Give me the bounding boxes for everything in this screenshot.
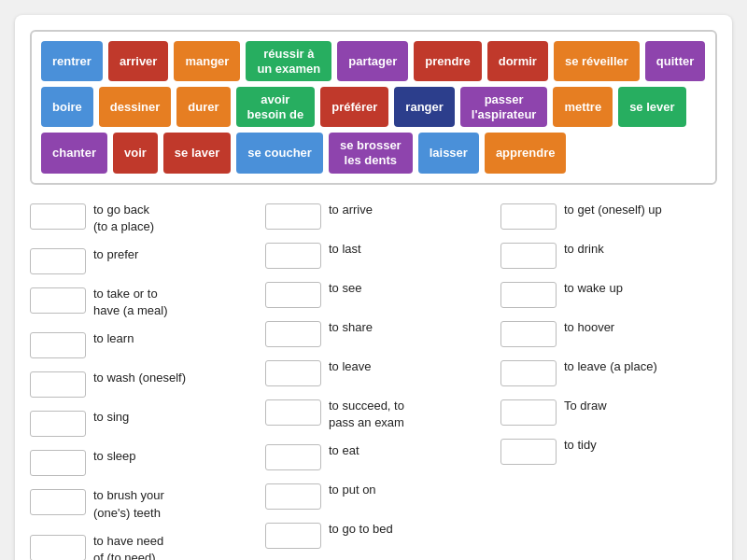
pair-see: to see [265, 280, 482, 308]
word-chip-mettre[interactable]: mettre [553, 87, 613, 127]
word-chip-se_laver[interactable]: se laver [163, 133, 231, 173]
word-chip-voir[interactable]: voir [113, 133, 158, 173]
pair-take: to take or to have (a meal) [30, 286, 247, 319]
pair-take-label: to take or to have (a meal) [93, 286, 167, 319]
pair-go-back-label: to go back (to a place) [93, 202, 154, 235]
pair-go-bed-label: to go to bed [329, 521, 393, 538]
word-chip-rentrer[interactable]: rentrer [41, 41, 103, 81]
column-1: to go back (to a place)to preferto take … [30, 202, 247, 560]
pair-tidy: to tidy [500, 437, 717, 465]
pair-succeed: to succeed, to pass an exam [265, 398, 482, 431]
pair-drink-input[interactable] [500, 243, 557, 269]
pair-sing-label: to sing [93, 409, 129, 426]
pair-draw-input[interactable] [500, 399, 557, 426]
pair-sing-input[interactable] [30, 411, 86, 437]
pair-last-label: to last [329, 241, 361, 258]
word-chip-ranger[interactable]: ranger [394, 87, 454, 127]
word-chip-se_brosser[interactable]: se brosser les dents [329, 133, 413, 173]
pair-go-bed: to go to bed [265, 521, 482, 549]
pair-wash: to wash (oneself) [30, 370, 247, 398]
pair-wake-up: to wake up [500, 280, 717, 308]
pair-share-label: to share [329, 319, 373, 336]
pair-hoover-input[interactable] [500, 321, 557, 347]
main-card: rentrerarrivermangerréussir à un examenp… [15, 15, 732, 560]
word-chip-durer[interactable]: durer [176, 87, 230, 127]
pair-tidy-label: to tidy [564, 437, 597, 454]
word-chip-quitter[interactable]: quitter [645, 41, 705, 81]
pair-brush: to brush your (one's) teeth [30, 487, 247, 521]
word-chip-se_reveiller[interactable]: se réveiller [554, 41, 640, 81]
pair-succeed-label: to succeed, to pass an exam [329, 398, 404, 431]
pair-leave-label: to leave [329, 358, 372, 375]
pair-go-back: to go back (to a place) [30, 202, 247, 235]
pair-get-up-input[interactable] [500, 203, 557, 230]
pair-take-input[interactable] [30, 287, 86, 314]
pair-learn: to learn [30, 330, 247, 358]
pair-leave: to leave [265, 358, 482, 386]
pair-get-up-label: to get (oneself) up [564, 202, 662, 218]
pair-leave-input[interactable] [265, 360, 321, 386]
pair-put-on-label: to put on [329, 482, 376, 498]
word-bank: rentrerarrivermangerréussir à un examenp… [30, 30, 717, 185]
pair-last-input[interactable] [265, 243, 321, 269]
word-chip-dormir[interactable]: dormir [487, 41, 548, 81]
word-chip-dessiner[interactable]: dessiner [99, 87, 171, 127]
pair-hoover: to hoover [500, 319, 717, 347]
word-chip-preferer[interactable]: préférer [320, 87, 388, 127]
pair-arrive: to arrive [265, 202, 482, 230]
pair-put-on-input[interactable] [265, 483, 321, 510]
pair-prefer-input[interactable] [30, 248, 86, 274]
pair-see-label: to see [329, 280, 361, 297]
word-chip-chanter[interactable]: chanter [41, 133, 107, 173]
pair-eat-label: to eat [329, 442, 359, 459]
word-chip-partager[interactable]: partager [337, 41, 408, 81]
pair-leave-place-label: to leave (a place) [564, 358, 657, 375]
pair-arrive-label: to arrive [329, 202, 373, 218]
word-chip-laisser[interactable]: laisser [418, 133, 479, 173]
word-chip-manger[interactable]: manger [174, 41, 240, 81]
pair-have-need-label: to have need of (to need) [93, 533, 163, 560]
pair-share: to share [265, 319, 482, 347]
word-chip-reussir[interactable]: réussir à un examen [246, 41, 331, 81]
pair-learn-input[interactable] [30, 332, 86, 358]
pair-have-need-input[interactable] [30, 535, 86, 560]
pair-draw-label: To draw [564, 398, 607, 414]
pair-go-back-input[interactable] [30, 203, 86, 230]
pair-leave-place-input[interactable] [500, 360, 557, 386]
pair-wash-label: to wash (oneself) [93, 370, 186, 386]
pair-prefer-label: to prefer [93, 246, 138, 263]
pair-have-need: to have need of (to need) [30, 533, 247, 560]
pair-go-bed-input[interactable] [265, 523, 321, 549]
word-chip-avoir_besoin[interactable]: avoir besoin de [236, 87, 316, 127]
pair-wash-input[interactable] [30, 371, 86, 398]
column-3: to get (oneself) upto drinkto wake upto … [500, 202, 717, 560]
pair-drink: to drink [500, 241, 717, 269]
pair-put-on: to put on [265, 482, 482, 510]
word-chip-passer_aspirateur[interactable]: passer l'aspirateur [460, 87, 548, 127]
word-chip-arriver[interactable]: arriver [108, 41, 168, 81]
word-chip-se_coucher[interactable]: se coucher [236, 133, 323, 173]
pair-succeed-input[interactable] [265, 399, 321, 426]
pair-learn-label: to learn [93, 330, 134, 347]
pair-sleep-input[interactable] [30, 450, 86, 476]
pair-tidy-input[interactable] [500, 439, 557, 465]
pair-brush-label: to brush your (one's) teeth [93, 487, 164, 521]
pair-last: to last [265, 241, 482, 269]
pair-brush-input[interactable] [30, 489, 86, 515]
pair-share-input[interactable] [265, 321, 321, 347]
pair-hoover-label: to hoover [564, 319, 614, 336]
pair-sleep-label: to sleep [93, 448, 136, 465]
pair-sleep: to sleep [30, 448, 247, 476]
pair-wake-up-input[interactable] [500, 282, 557, 308]
word-chip-se_lever[interactable]: se lever [618, 87, 685, 127]
pair-prefer: to prefer [30, 246, 247, 274]
word-chip-apprendre[interactable]: apprendre [485, 133, 567, 173]
word-chip-prendre[interactable]: prendre [414, 41, 481, 81]
pair-leave-place: to leave (a place) [500, 358, 717, 386]
pair-see-input[interactable] [265, 282, 321, 308]
pair-arrive-input[interactable] [265, 203, 321, 230]
word-chip-boire[interactable]: boire [41, 87, 93, 127]
pair-draw: To draw [500, 398, 717, 426]
pair-eat-input[interactable] [265, 444, 321, 470]
pair-wake-up-label: to wake up [564, 280, 623, 297]
